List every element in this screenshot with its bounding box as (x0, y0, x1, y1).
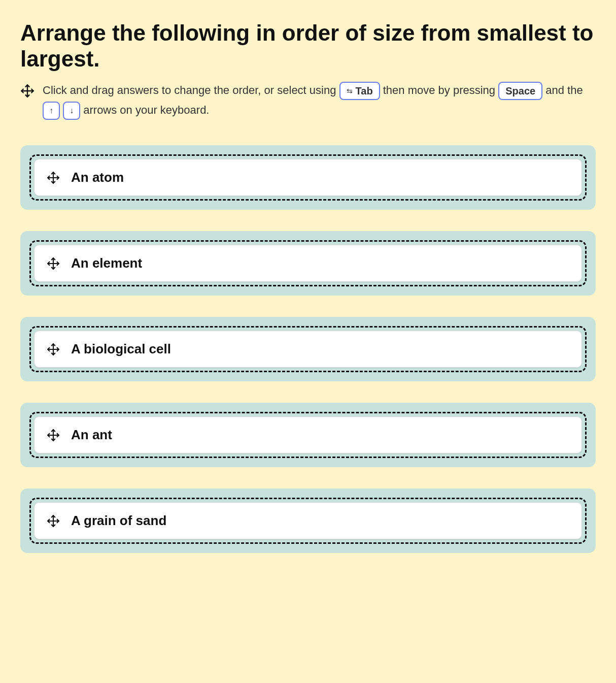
answer-label: An ant (71, 427, 112, 443)
move-icon (20, 84, 35, 98)
dashed-slot: An element (29, 240, 587, 286)
dropzone[interactable]: An atom (20, 145, 596, 210)
dashed-slot: A grain of sand (29, 498, 587, 544)
up-arrow-icon: ↑ (49, 107, 53, 115)
answer-card[interactable]: A biological cell (34, 331, 582, 368)
question-title: Arrange the following in order of size f… (20, 20, 596, 72)
dashed-slot: An ant (29, 412, 587, 458)
dropzone[interactable]: An element (20, 231, 596, 296)
down-arrow-icon: ↓ (70, 107, 74, 115)
dropzone[interactable]: An ant (20, 403, 596, 467)
answer-label: An element (71, 255, 142, 271)
answer-card[interactable]: An element (34, 245, 582, 282)
move-icon[interactable] (47, 257, 60, 270)
instructions-part-4: arrows on your keyboard. (83, 104, 209, 116)
dropzone[interactable]: A grain of sand (20, 489, 596, 553)
move-icon[interactable] (47, 171, 60, 184)
move-icon[interactable] (47, 429, 60, 442)
tab-glyph-icon: ⇆ (347, 87, 353, 94)
instructions-part-2: then move by pressing (383, 84, 498, 96)
instructions-part-1: Click and drag answers to change the ord… (43, 84, 339, 96)
down-arrow-key: ↓ (63, 102, 80, 120)
answer-label: A grain of sand (71, 513, 166, 529)
dashed-slot: An atom (29, 154, 587, 201)
tab-key: ⇆ Tab (339, 82, 380, 100)
answer-label: An atom (71, 170, 124, 185)
move-icon[interactable] (47, 343, 60, 356)
answer-card[interactable]: An atom (34, 159, 582, 196)
answer-list: An atom An element (20, 145, 596, 553)
instructions-row: Click and drag answers to change the ord… (20, 81, 596, 120)
answer-card[interactable]: An ant (34, 416, 582, 453)
move-icon[interactable] (47, 514, 60, 528)
dashed-slot: A biological cell (29, 326, 587, 372)
dropzone[interactable]: A biological cell (20, 317, 596, 381)
instructions-text: Click and drag answers to change the ord… (43, 81, 596, 120)
tab-key-label: Tab (356, 86, 373, 96)
instructions-part-3: and the (545, 84, 583, 96)
answer-card[interactable]: A grain of sand (34, 502, 582, 539)
answer-label: A biological cell (71, 341, 171, 357)
up-arrow-key: ↑ (43, 102, 60, 120)
space-key: Space (498, 82, 542, 100)
space-key-label: Space (505, 86, 535, 96)
